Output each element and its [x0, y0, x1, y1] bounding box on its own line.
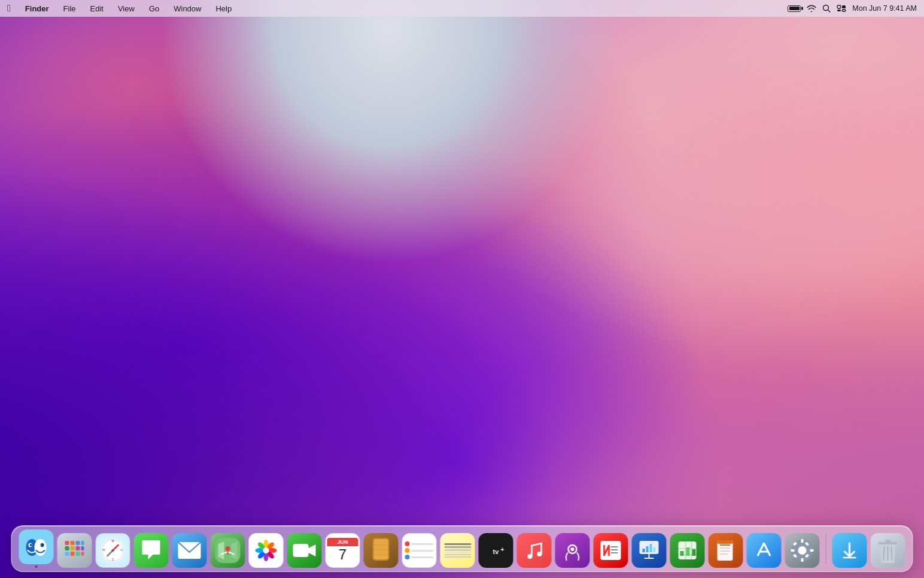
- svg-line-1: [828, 10, 831, 13]
- svg-rect-4: [837, 10, 841, 11]
- spotlight-search-icon[interactable]: [822, 4, 831, 13]
- dock-item-launchpad[interactable]: [57, 533, 92, 568]
- svg-rect-14: [71, 541, 75, 545]
- svg-rect-68: [650, 544, 652, 552]
- dock-separator: [826, 534, 826, 564]
- svg-rect-87: [801, 539, 804, 543]
- dock-item-music[interactable]: [517, 533, 552, 568]
- dock-item-calendar[interactable]: JUN 7: [326, 533, 360, 568]
- dock-item-pages[interactable]: [709, 533, 743, 568]
- app-name[interactable]: Finder: [23, 3, 51, 14]
- menubar-left:  Finder File Edit View Go Window Help: [7, 3, 788, 14]
- dock-item-system-preferences[interactable]: [785, 533, 820, 568]
- svg-point-45: [263, 547, 269, 553]
- dock-item-maps[interactable]: [211, 533, 245, 568]
- svg-rect-13: [65, 541, 69, 545]
- svg-line-100: [892, 547, 892, 560]
- svg-rect-77: [692, 549, 696, 556]
- svg-rect-88: [801, 558, 804, 562]
- svg-rect-19: [76, 546, 80, 550]
- svg-rect-96: [879, 542, 898, 544]
- svg-rect-3: [842, 5, 846, 8]
- svg-point-12: [42, 544, 44, 546]
- dock-item-numbers[interactable]: [670, 533, 705, 568]
- svg-rect-20: [81, 546, 84, 550]
- svg-rect-23: [76, 552, 80, 556]
- desktop: [0, 0, 924, 578]
- menu-help[interactable]: Help: [213, 3, 234, 14]
- svg-rect-24: [81, 552, 84, 556]
- svg-text:+: +: [500, 546, 504, 553]
- svg-point-36: [226, 546, 230, 551]
- svg-rect-69: [654, 547, 656, 552]
- svg-rect-89: [791, 549, 795, 552]
- svg-rect-5: [842, 10, 846, 11]
- dock-item-news[interactable]: [594, 533, 628, 568]
- svg-rect-17: [65, 546, 69, 550]
- menu-go[interactable]: Go: [147, 3, 162, 14]
- wifi-icon[interactable]: [807, 5, 816, 12]
- svg-rect-21: [65, 552, 69, 556]
- dock-item-appletv[interactable]: tv +: [479, 533, 513, 568]
- control-center-icon[interactable]: [837, 5, 846, 12]
- svg-point-10: [30, 544, 32, 546]
- svg-rect-75: [680, 551, 684, 556]
- svg-rect-66: [643, 549, 645, 552]
- battery-indicator[interactable]: [788, 5, 801, 12]
- svg-rect-46: [293, 544, 309, 557]
- svg-rect-76: [686, 547, 690, 556]
- svg-point-56: [537, 552, 542, 556]
- svg-rect-49: [374, 539, 388, 559]
- menu-window[interactable]: Window: [171, 3, 203, 14]
- dock-item-reminders[interactable]: [402, 533, 437, 568]
- svg-rect-97: [885, 540, 891, 542]
- svg-point-58: [571, 547, 575, 551]
- menubar-right: Mon Jun 7 9:41 AM: [788, 4, 917, 13]
- clock[interactable]: Mon Jun 7 9:41 AM: [852, 4, 917, 13]
- svg-rect-22: [71, 552, 75, 556]
- svg-rect-67: [646, 546, 649, 552]
- svg-text:N: N: [112, 539, 114, 543]
- dock-item-finder[interactable]: [19, 529, 54, 568]
- dock-item-facetime[interactable]: [287, 533, 322, 568]
- dock-item-airdrop[interactable]: [832, 533, 867, 568]
- svg-rect-63: [640, 541, 659, 554]
- svg-rect-90: [810, 549, 814, 552]
- dock-item-safari[interactable]: N S E W: [96, 533, 130, 568]
- svg-rect-15: [76, 541, 80, 545]
- dock-item-notes[interactable]: [440, 533, 475, 568]
- svg-rect-18: [71, 546, 75, 550]
- dock-item-podcasts[interactable]: [555, 533, 590, 568]
- apple-menu[interactable]: : [7, 3, 11, 14]
- svg-text:W: W: [102, 548, 105, 552]
- svg-marker-47: [309, 544, 316, 556]
- dock-dot-finder: [35, 565, 38, 568]
- svg-line-98: [884, 547, 885, 560]
- svg-rect-83: [718, 540, 733, 544]
- dock: N S E W: [11, 525, 913, 572]
- dock-item-podcast-app[interactable]: [364, 533, 399, 568]
- menu-edit[interactable]: Edit: [88, 3, 106, 14]
- dock-item-appstore[interactable]: [747, 533, 782, 568]
- dock-item-mail[interactable]: [172, 533, 207, 568]
- svg-text:tv: tv: [493, 548, 500, 555]
- menu-view[interactable]: View: [116, 3, 137, 14]
- svg-point-29: [112, 549, 114, 552]
- svg-point-8: [35, 539, 47, 556]
- menu-file[interactable]: File: [61, 3, 78, 14]
- svg-rect-2: [837, 5, 841, 8]
- dock-item-keynote[interactable]: [632, 533, 667, 568]
- dock-item-trash[interactable]: [871, 533, 905, 568]
- menubar:  Finder File Edit View Go Window Help: [0, 0, 924, 17]
- dock-item-photos[interactable]: [249, 533, 284, 568]
- svg-point-86: [798, 546, 807, 555]
- svg-point-55: [528, 554, 533, 559]
- dock-item-messages[interactable]: [134, 533, 169, 568]
- svg-rect-16: [81, 541, 84, 545]
